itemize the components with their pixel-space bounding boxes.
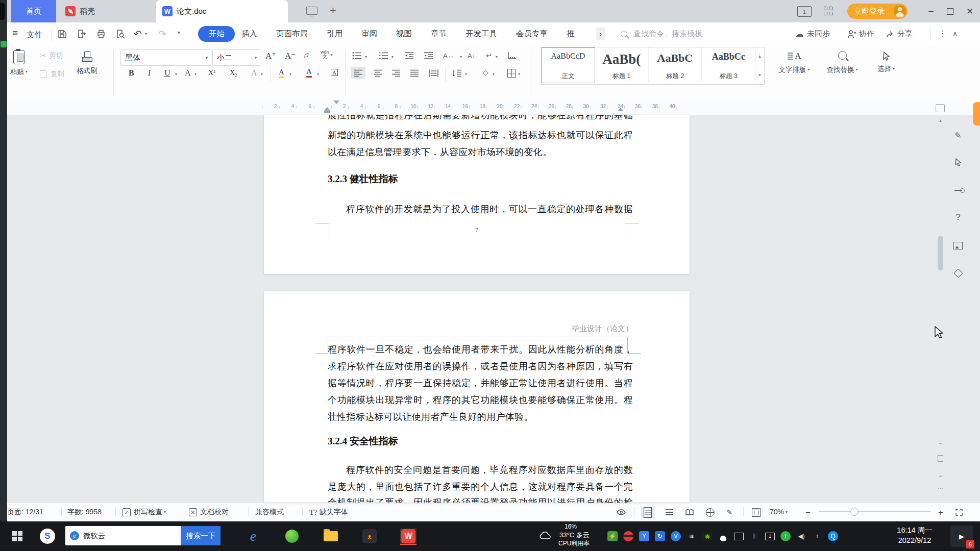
menu-tab-view[interactable]: 视图 [396,29,412,39]
pen-tool-icon[interactable]: ✎ [950,128,966,143]
command-search-input[interactable]: 查找命令、搜索模板 [621,26,702,42]
scrollbar-thumb[interactable] [938,236,943,270]
bold-button[interactable]: B [129,68,134,78]
eye-protect-icon[interactable] [615,507,628,518]
style-heading1[interactable]: AaBb( 标题 1 [595,47,649,83]
hanging-indent-marker[interactable] [324,107,330,111]
zoom-out-button[interactable]: − [805,508,811,518]
usb-drive-icon[interactable]: ⇣ [765,533,775,540]
paste-button[interactable]: 粘贴 [10,50,28,77]
restore-button[interactable] [941,0,959,22]
format-painter-button[interactable]: 格式刷 [77,51,97,76]
align-distribute-button[interactable] [429,69,438,77]
zoom-slider-track[interactable] [819,511,931,512]
italic-button[interactable]: I [148,68,151,78]
align-right-button[interactable] [391,69,401,77]
tab-layout-icon[interactable]: 1 [797,6,812,17]
pinyin-guide-button[interactable]: wén文 [321,50,333,59]
line-spacing-icon[interactable] [452,69,462,77]
subscript-button[interactable]: X₂ [230,69,237,77]
green-shield-plus-icon[interactable]: + [780,531,791,541]
taskbar-app-icon[interactable]: ᴥ [361,529,378,544]
new-tab-button[interactable]: + [330,4,336,17]
taskbar-clock[interactable]: 16:14 周一 2022/9/12 [887,525,942,545]
notification-tile[interactable]: ▶ 6 [950,525,973,547]
ruler-toggle-icon[interactable] [936,104,945,112]
zoom-slider-handle[interactable] [850,508,859,516]
text-layout-button[interactable]: A 文字排版 [778,51,811,74]
style-heading2[interactable]: AaBbC 标题 2 [649,47,702,83]
view-page-icon[interactable] [641,507,654,518]
decrease-indent-icon[interactable] [404,52,414,60]
tab-docer[interactable]: 稻壳 [57,0,103,22]
numbered-list-dropdown[interactable] [390,52,394,61]
document-page-7[interactable]: 展性指标就是指程序在后期需要新增功能模块时，能够在原有程序的基础上 新增的功能模… [264,115,690,274]
hamburger-icon[interactable]: ≡ [12,28,18,39]
print-preview-icon[interactable] [115,29,126,39]
scroll-down-icon[interactable]: ⌄ [936,438,945,446]
app-grid-icon[interactable] [824,7,833,16]
taskbar-browser-icon[interactable] [284,529,300,544]
menu-tab-review[interactable]: 审阅 [361,29,377,39]
underline-button[interactable]: U [164,68,170,78]
bullet-list-icon[interactable] [352,52,362,60]
menu-tab-dev-tools[interactable]: 开发工具 [465,29,497,39]
menu-tab-home-ribbon[interactable]: 开始 [198,26,235,42]
menu-file[interactable]: 文件 [27,30,42,40]
right-indent-marker[interactable] [618,108,624,111]
left-edge-handle[interactable] [0,3,5,20]
bluetooth-icon[interactable]: ᛒ [749,531,760,541]
cut-button[interactable]: ✂ 剪切 [40,51,63,60]
font-name-select[interactable]: 黑体▾ [120,49,211,66]
promo-tab[interactable] [973,102,980,126]
measure-tool-icon[interactable] [950,183,966,198]
view-ink-icon[interactable]: ✎ [723,507,736,518]
char-border-button[interactable]: A [331,69,338,76]
menu-tab-page-layout[interactable]: 页面布局 [276,29,308,39]
superscript-button[interactable]: X² [208,69,215,77]
undo-icon[interactable]: ↶ [134,28,142,40]
minimize-button[interactable]: – [922,0,940,22]
security-shield-icon[interactable]: V [671,531,681,541]
left-edge-green-icon[interactable] [1,41,7,47]
menu-tab-references[interactable]: 引用 [327,29,342,39]
word-count[interactable]: 字数: 9958 [67,508,102,517]
borders-dropdown[interactable] [517,69,520,79]
login-button[interactable]: 立即登录 [847,4,908,19]
export-icon[interactable] [77,29,87,39]
share-button[interactable]: 分享 [886,26,913,42]
document-page-8[interactable]: 毕业设计（论文） 程序软件一旦不稳定，也会给使用者带来干扰。因此从性能分析的角度… [264,291,690,503]
text-effects-dropdown[interactable] [259,69,263,79]
align-center-button[interactable] [373,69,382,77]
menu-tab-section[interactable]: 章节 [431,29,447,39]
highlight-dropdown[interactable] [288,69,291,79]
print-icon[interactable] [96,29,106,39]
font-effects-button[interactable]: A [185,68,191,78]
tag-tool-icon[interactable] [950,265,966,281]
align-left-button[interactable] [354,69,363,77]
page-indicator[interactable]: 页面: 12/31 [7,508,43,517]
input-method-icon[interactable]: S [40,529,55,544]
start-button[interactable] [6,521,29,551]
style-gallery-scroll[interactable]: ▲▼ [755,47,764,84]
font-effects-dropdown[interactable] [193,69,197,79]
underline-dropdown[interactable] [174,69,177,79]
doc-proofing-button[interactable]: ✕ 文档校对 [189,508,229,517]
select-button[interactable]: 选择 [871,51,901,73]
compatibility-mode[interactable]: 兼容模式 [255,508,284,517]
copy-button[interactable]: 复制 [40,69,64,79]
show-marks-dropdown[interactable] [494,52,498,61]
char-scale-dropdown[interactable] [458,52,462,61]
wifi-icon[interactable]: ≋ [687,531,697,541]
search-go-button[interactable]: 搜索一下 [181,526,220,545]
fit-page-icon[interactable] [749,507,763,518]
decrease-font-icon[interactable]: A⁻ [285,51,296,61]
tab-document[interactable]: W 论文.doc [156,0,288,22]
menu-tab-truncated[interactable]: 推 [567,29,575,39]
input-crosshair-icon[interactable]: + [812,531,822,541]
menu-overflow-icon[interactable]: › [596,28,605,40]
find-replace-button[interactable]: 查找替换 [823,51,862,74]
antivirus-ninja-icon[interactable] [623,531,633,541]
nvidia-icon[interactable]: ◉ [702,531,713,541]
sync-status-button[interactable]: ☁ 未同步 [795,26,830,42]
